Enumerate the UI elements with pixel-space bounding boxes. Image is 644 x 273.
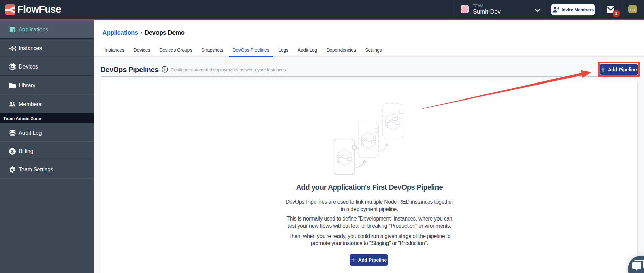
svg-text:$: $ — [11, 149, 14, 154]
